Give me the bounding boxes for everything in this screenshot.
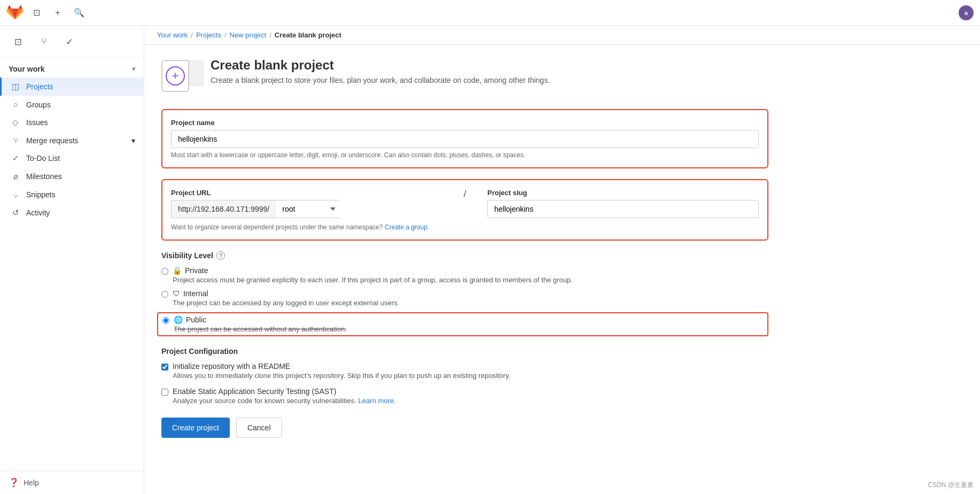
url-grid: Project URL http://192.168.40.171:9999/ … (171, 189, 759, 218)
create-project-button[interactable]: Create project (161, 418, 230, 438)
new-item-button[interactable]: + (49, 4, 66, 21)
merge-requests-icon: ⑂ (10, 136, 21, 145)
breadcrumb-sep-2: / (224, 31, 227, 39)
sidebar-item-projects[interactable]: ◫ Projects (0, 78, 144, 96)
project-name-label: Project name (171, 119, 759, 127)
todo-icon: ✓ (10, 153, 21, 163)
project-name-input[interactable] (171, 130, 759, 148)
cancel-button[interactable]: Cancel (236, 418, 282, 438)
sidebar-item-projects-label: Projects (26, 82, 53, 91)
visibility-section: Visibility Level ? 🔒 Private Project acc… (161, 251, 768, 336)
sidebar-toggle-button[interactable]: ⊡ (28, 4, 45, 21)
project-slug-input[interactable] (487, 200, 759, 218)
config-title: Project Configuration (161, 347, 768, 356)
namespace-hint: Want to organize several dependent proje… (171, 223, 759, 231)
visibility-private-option: 🔒 Private Project access must be granted… (161, 266, 768, 284)
sidebar-todo-icon[interactable]: ✓ (60, 32, 79, 51)
sidebar-merge-icon[interactable]: ⑂ (34, 32, 53, 51)
help-circle-icon: ❓ (9, 477, 19, 488)
projects-icon: ◫ (10, 82, 21, 91)
visibility-private-label: 🔒 Private Project access must be granted… (173, 266, 573, 284)
sidebar-pages-icon[interactable]: ⊡ (9, 32, 28, 51)
breadcrumb: Your work / Projects / New project / Cre… (144, 26, 980, 45)
url-prefix: http://192.168.40.171:9999/ (171, 200, 276, 218)
page-header: + Create blank project Create a blank pr… (161, 58, 768, 94)
sast-label: Enable Static Application Security Testi… (173, 387, 396, 405)
visibility-title: Visibility Level ? (161, 251, 768, 260)
visibility-help-icon[interactable]: ? (216, 251, 225, 260)
sidebar-item-groups[interactable]: ○ Groups (0, 96, 144, 113)
your-work-section[interactable]: Your work ▾ (0, 58, 144, 78)
merge-chevron-icon: ▾ (131, 136, 135, 145)
issues-icon: ◇ (10, 118, 21, 127)
main-content: Your work / Projects / New project / Cre… (144, 26, 980, 494)
visibility-private-radio[interactable] (161, 268, 168, 275)
breadcrumb-sep-3: / (269, 31, 271, 39)
visibility-internal-option: 🛡 Internal The project can be accessed b… (161, 289, 768, 307)
groups-icon: ○ (10, 100, 21, 109)
breadcrumb-projects[interactable]: Projects (196, 31, 221, 39)
breadcrumb-current: Create blank project (275, 31, 341, 39)
help-label: Help (24, 478, 39, 487)
search-button[interactable]: 🔍 (71, 4, 88, 21)
page-header-icon: + (161, 58, 200, 94)
project-slug-label: Project slug (487, 189, 759, 197)
chevron-down-icon: ▾ (132, 65, 135, 73)
url-separator: / (449, 189, 481, 205)
visibility-public-label: 🌐 Public The project can be accessed wit… (174, 315, 347, 333)
project-name-section: Project name Must start with a lowercase… (161, 109, 768, 168)
sidebar-item-merge-requests[interactable]: ⑂ Merge requests ▾ (0, 132, 144, 149)
sidebar-item-groups-label: Groups (26, 101, 51, 109)
sidebar: ⊡ ⑂ ✓ Your work ▾ ◫ Projects ○ Groups ◇ … (0, 26, 144, 494)
project-name-hint: Must start with a lowercase or uppercase… (171, 151, 759, 159)
form-actions: Create project Cancel (161, 418, 768, 438)
project-url-label: Project URL (171, 189, 442, 197)
top-bar: ⊡ + 🔍 a (0, 0, 980, 26)
sast-checkbox[interactable] (161, 389, 168, 396)
activity-icon: ↺ (10, 208, 21, 218)
visibility-public-radio[interactable] (162, 317, 169, 324)
sidebar-item-merge-label: Merge requests (26, 136, 78, 145)
sidebar-item-todo-label: To-Do List (26, 154, 60, 163)
init-readme-label: Initialize repository with a README Allo… (173, 362, 510, 380)
breadcrumb-your-work[interactable]: Your work (157, 31, 188, 39)
visibility-internal-label: 🛡 Internal The project can be accessed b… (173, 289, 399, 307)
create-group-link[interactable]: Create a group. (385, 223, 429, 231)
visibility-internal-radio[interactable] (161, 291, 168, 298)
snippets-icon: ⌵ (10, 190, 21, 199)
breadcrumb-sep-1: / (191, 31, 193, 39)
milestones-icon: ⌀ (10, 172, 21, 181)
slug-right: Project slug (487, 189, 759, 218)
project-config-section: Project Configuration Initialize reposit… (161, 347, 768, 405)
help-section[interactable]: ❓ Help (0, 470, 144, 494)
sidebar-item-todo[interactable]: ✓ To-Do List (0, 149, 144, 167)
visibility-public-option: 🌐 Public The project can be accessed wit… (157, 312, 768, 336)
sast-learn-more-link[interactable]: Learn more. (359, 397, 396, 405)
init-readme-option: Initialize repository with a README Allo… (161, 362, 768, 380)
your-work-label: Your work (9, 65, 44, 73)
page-title: Create blank project (211, 58, 550, 73)
page-description: Create a blank project to store your fil… (211, 76, 550, 84)
namespace-select[interactable]: root (276, 200, 340, 218)
sidebar-top-icons: ⊡ ⑂ ✓ (0, 26, 144, 58)
breadcrumb-new-project[interactable]: New project (230, 31, 267, 39)
avatar[interactable]: a (959, 5, 974, 20)
url-combined-row: http://192.168.40.171:9999/ root (171, 200, 442, 218)
sidebar-item-milestones-label: Milestones (26, 172, 62, 181)
sidebar-item-issues[interactable]: ◇ Issues (0, 113, 144, 132)
init-readme-checkbox[interactable] (161, 364, 168, 371)
sidebar-item-milestones[interactable]: ⌀ Milestones (0, 167, 144, 186)
sidebar-item-activity[interactable]: ↺ Activity (0, 204, 144, 222)
project-url-section: Project URL http://192.168.40.171:9999/ … (161, 179, 768, 241)
sidebar-item-activity-label: Activity (26, 209, 50, 217)
sast-option: Enable Static Application Security Testi… (161, 387, 768, 405)
sidebar-item-snippets[interactable]: ⌵ Snippets (0, 186, 144, 204)
gitlab-logo[interactable] (6, 4, 24, 21)
watermark: CSDN @生夏夏 (928, 481, 974, 490)
page-header-text: Create blank project Create a blank proj… (211, 58, 550, 84)
sidebar-item-issues-label: Issues (26, 118, 48, 127)
sidebar-item-snippets-label: Snippets (26, 190, 55, 199)
url-left: Project URL http://192.168.40.171:9999/ … (171, 189, 442, 218)
